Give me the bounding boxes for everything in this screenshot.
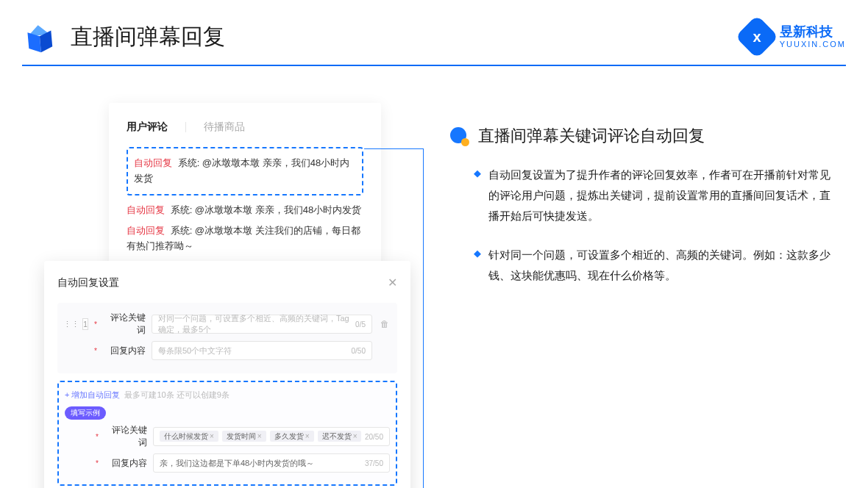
auto-reply-tag: 自动回复 xyxy=(134,157,172,168)
label-keyword-ex: 评论关键词 xyxy=(106,424,147,449)
drag-handle-icon[interactable]: ⋮⋮ xyxy=(63,320,79,329)
add-auto-reply-link[interactable]: + 增加自动回复 xyxy=(65,390,120,401)
rule-index: 1 xyxy=(82,318,88,330)
brand-block: 昱新科技 YUUXIN.COM xyxy=(741,21,846,52)
comment-text: 系统: @冰墩墩本墩 亲亲，我们48小时内发货 xyxy=(171,204,362,215)
example-badge: 填写示例 xyxy=(65,406,106,420)
auto-reply-tag: 自动回复 xyxy=(127,204,165,215)
brand-logo-icon xyxy=(735,15,778,58)
settings-title: 自动回复设置 xyxy=(57,276,119,290)
tab-divider xyxy=(185,122,186,132)
cube-icon xyxy=(21,18,59,56)
comment-row: 自动回复 系统: @冰墩墩本墩 关注我们的店铺，每日都有热门推荐呦～ xyxy=(127,223,363,254)
bullet-item: ◆ 自动回复设置为了提升作者的评论回复效率，作者可在开播前针对常见的评论用户问题… xyxy=(474,165,839,226)
section-title: 直播间弹幕关键词评论自动回复 xyxy=(478,125,705,147)
bubble-icon xyxy=(449,126,469,146)
example-content-input[interactable]: 亲，我们这边都是下单48小时内发货的哦～ 37/50 xyxy=(153,453,390,473)
header-left: 直播间弹幕回复 xyxy=(22,19,225,54)
example-keyword-input[interactable]: 什么时候发货× 发货时间× 多久发货× 迟不发货× 20/50 xyxy=(153,427,390,446)
header-divider xyxy=(22,65,846,66)
label-keyword: 评论关键词 xyxy=(104,312,146,337)
label-content: 回复内容 xyxy=(104,345,146,357)
comment-row: 自动回复 系统: @冰墩墩本墩 亲亲，我们48小时内发货 xyxy=(127,203,363,218)
right-text-section: 直播间弹幕关键词评论自动回复 ◆ 自动回复设置为了提升作者的评论回复效率，作者可… xyxy=(449,125,839,305)
settings-card: 自动回复设置 ✕ ⋮⋮ 1 * 评论关键词 对同一个问题，可设置多个相近、高频的… xyxy=(44,261,410,488)
example-ct-counter: 37/50 xyxy=(365,459,383,467)
content-input[interactable]: 每条限50个中文字符 0/50 xyxy=(152,341,372,360)
connector-line xyxy=(423,148,424,488)
required-mark: * xyxy=(94,347,97,355)
keyword-tag: 什么时候发货× xyxy=(160,431,218,442)
keyword-counter: 0/5 xyxy=(355,320,366,329)
tab-user-comments[interactable]: 用户评论 xyxy=(127,121,168,134)
auto-reply-tag: 自动回复 xyxy=(127,225,165,236)
mockup-area: 用户评论 待播商品 自动回复 系统: @冰墩墩本墩 亲亲，我们48小时内发货 自… xyxy=(44,103,412,463)
diamond-bullet-icon: ◆ xyxy=(474,245,481,286)
content-counter: 0/50 xyxy=(352,347,366,355)
label-content-ex: 回复内容 xyxy=(106,457,147,470)
comments-card: 用户评论 待播商品 自动回复 系统: @冰墩墩本墩 亲亲，我们48小时内发货 自… xyxy=(109,103,381,268)
keyword-tag: 发货时间× xyxy=(222,431,266,442)
example-block-outline: + 增加自动回复 最多可建10条 还可以创建9条 填写示例 * 评论关键词 什么… xyxy=(57,381,397,486)
required-mark: * xyxy=(94,320,97,329)
add-hint: 最多可建10条 还可以创建9条 xyxy=(124,390,229,401)
page-header: 直播间弹幕回复 昱新科技 YUUXIN.COM xyxy=(22,11,846,62)
form-rule-block: ⋮⋮ 1 * 评论关键词 对同一个问题，可设置多个相近、高频的关键词，Tag确定… xyxy=(57,303,397,373)
close-icon[interactable]: ✕ xyxy=(388,276,397,290)
highlighted-comment: 自动回复 系统: @冰墩墩本墩 亲亲，我们48小时内发货 xyxy=(127,147,363,195)
delete-icon[interactable]: 🗑 xyxy=(378,319,391,329)
example-kw-counter: 20/50 xyxy=(365,433,383,441)
page-title: 直播间弹幕回复 xyxy=(71,22,225,52)
keyword-input[interactable]: 对同一个问题，可设置多个相近、高频的关键词，Tag确定，最多5个 0/5 xyxy=(152,315,372,334)
brand-url: YUUXIN.COM xyxy=(780,40,846,49)
bullet-item: ◆ 针对同一个问题，可设置多个相近的、高频的关键词。例如：这款多少钱、这块能优惠… xyxy=(474,245,839,286)
diamond-bullet-icon: ◆ xyxy=(474,165,481,226)
tab-pending-products[interactable]: 待播商品 xyxy=(204,121,245,134)
tabs-row: 用户评论 待播商品 xyxy=(127,121,363,134)
bullet-text: 自动回复设置为了提升作者的评论回复效率，作者可在开播前针对常见的评论用户问题，提… xyxy=(488,165,839,226)
keyword-tag: 多久发货× xyxy=(270,431,314,442)
keyword-tag: 迟不发货× xyxy=(318,431,362,442)
bullet-text: 针对同一个问题，可设置多个相近的、高频的关键词。例如：这款多少钱、这块能优惠吗、… xyxy=(488,245,839,286)
brand-name: 昱新科技 xyxy=(780,25,846,38)
